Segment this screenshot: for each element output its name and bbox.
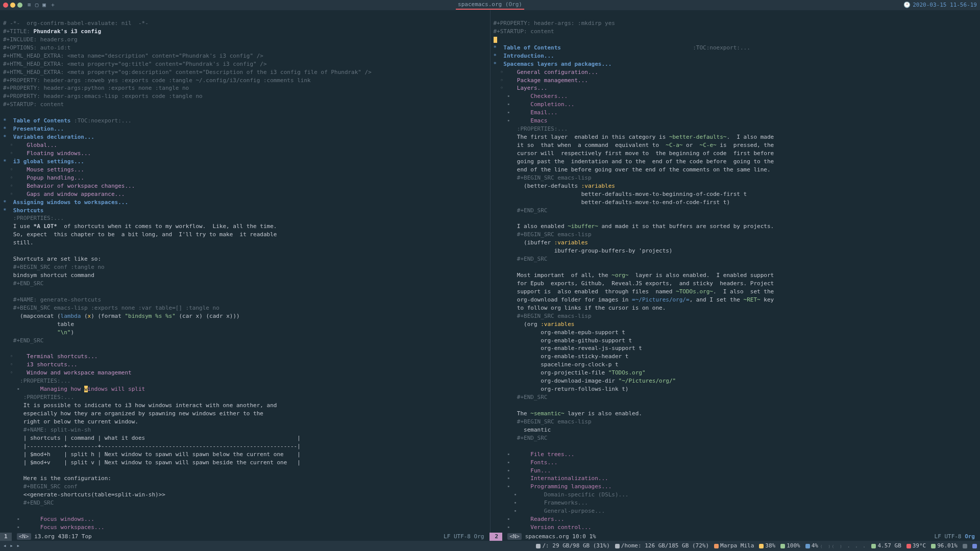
music-widget[interactable]: Marpa Mila <box>714 542 754 550</box>
volume-icon <box>759 544 764 548</box>
discord-widget[interactable] <box>972 544 977 548</box>
chat-icon <box>963 544 967 548</box>
new-tab-icon[interactable]: ＋ <box>50 1 56 9</box>
right-pane[interactable]: #+PROPERTY: header-args: :mkdirp yes #+S… <box>491 10 981 533</box>
window-controls <box>3 3 22 8</box>
cursor: w <box>84 386 88 392</box>
maximize-icon[interactable] <box>17 3 22 8</box>
minimize-icon[interactable] <box>10 3 15 8</box>
tab-controls: ≡ ▢ ▣ ＋ <box>28 1 56 9</box>
network-icon <box>871 544 876 548</box>
discord-icon <box>972 544 977 548</box>
modeline-left: 1 <N> i3.org 438:17 Top LF UTF-8 Org <box>0 533 489 541</box>
memory-widget: 96.01% <box>931 542 958 550</box>
network-widget: 4.57 GB <box>871 542 901 550</box>
disk-root: /: 29 GB/98 GB (31%) <box>536 542 609 550</box>
cursor-right <box>494 37 497 43</box>
disk-icon <box>615 544 620 548</box>
window-number-right: 2 <box>491 533 503 541</box>
statusbar-right: /: 29 GB/98 GB (31%) /home: 126 GB/185 G… <box>536 542 977 550</box>
titlebar: ≡ ▢ ▣ ＋ spacemacs.org (Org) 🕐 2020-03-15… <box>0 0 980 10</box>
left-pane[interactable]: # -*- org-confirm-babel-evaluate: nil -*… <box>0 10 491 533</box>
disk-icon <box>536 544 541 548</box>
battery-icon <box>780 544 785 548</box>
modeline-right: 2 <N> spacemacs.org 10:0 1% LF UTF-8 Org <box>491 533 981 541</box>
statusbar-left: ◂ ▸ ▸ <box>3 542 20 550</box>
battery-widget: 100% <box>780 542 800 550</box>
split-icon[interactable]: ▢ <box>35 1 39 9</box>
disk-home: /home: 126 GB/185 GB (72%) <box>615 542 709 550</box>
thermometer-icon <box>906 544 911 548</box>
clock: 🕐 2020-03-15 11-56-19 <box>903 1 977 9</box>
temperature-widget: 39°C <box>906 542 926 550</box>
modeline: 1 <N> i3.org 438:17 Top LF UTF-8 Org 2 <… <box>0 533 980 541</box>
cpu-widget: 4% ₍ ₎₍ ₎ . . . <box>805 542 867 550</box>
window-title: spacemacs.org (Org) <box>456 1 524 10</box>
chat-widget[interactable] <box>963 544 967 548</box>
memory-icon <box>931 544 936 548</box>
editor-panes: # -*- org-confirm-babel-evaluate: nil -*… <box>0 10 980 533</box>
split2-icon[interactable]: ▣ <box>42 1 46 9</box>
cpu-icon <box>805 544 810 548</box>
volume-widget[interactable]: 38% <box>759 542 775 550</box>
music-icon <box>714 544 719 548</box>
menu-icon[interactable]: ≡ <box>28 1 31 9</box>
clock-icon: 🕐 <box>903 1 911 9</box>
window-number-left: 1 <box>0 533 12 541</box>
nav-arrows-icon[interactable]: ◂ ▸ ▸ <box>3 542 20 550</box>
close-icon[interactable] <box>3 3 8 8</box>
statusbar: ◂ ▸ ▸ /: 29 GB/98 GB (31%) /home: 126 GB… <box>0 541 980 551</box>
